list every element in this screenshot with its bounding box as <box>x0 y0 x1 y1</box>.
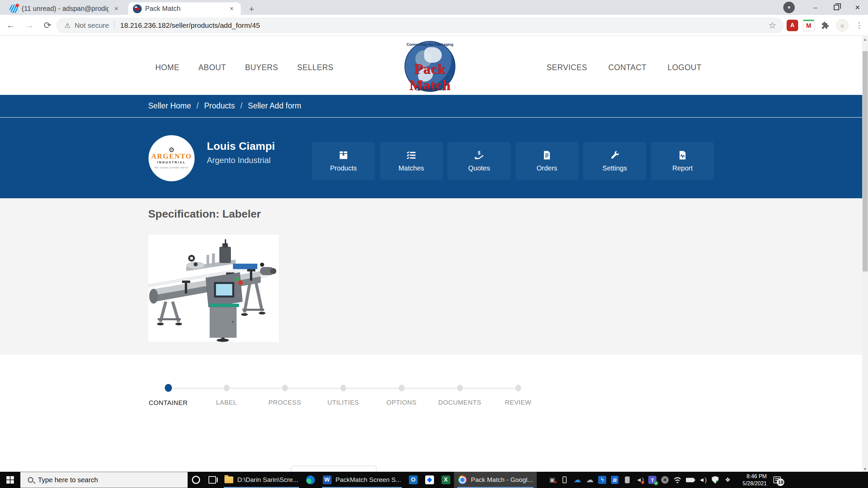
minimize-button[interactable]: – <box>805 0 826 15</box>
settings-button[interactable]: Settings <box>583 142 646 180</box>
step-options[interactable]: OPTIONS <box>372 382 431 407</box>
taskbar-file-explorer[interactable]: D:\Darin Sarin\Scre... <box>220 472 302 488</box>
browser-tab-mail[interactable]: (11 unread) - adspan@prodigy.n × <box>5 2 125 15</box>
seller-profile-panel: ⚙ ARGENTO INDUSTRIAL No loose screws her… <box>0 118 868 198</box>
products-button[interactable]: Products <box>312 142 375 180</box>
omnibox-divider <box>114 21 115 30</box>
matches-checklist-icon <box>406 150 416 160</box>
bookmark-star-icon[interactable]: ☆ <box>766 19 778 32</box>
address-bar[interactable]: ⚠ Not secure 18.216.236.182/seller/produ… <box>56 18 784 33</box>
browser-toolbar: ← → ⟳ ⚠ Not secure 18.216.236.182/seller… <box>0 15 868 36</box>
seller-name: Louis Ciampi <box>207 140 275 152</box>
chrome-menu-icon[interactable]: ⋮ <box>853 19 865 32</box>
seller-company: Argento Industrial <box>207 156 271 165</box>
closed-app-icon[interactable]: ✕ <box>659 472 671 488</box>
onedrive-icon[interactable]: ☁ <box>571 472 583 488</box>
chrome-window-label: Pack Match - Googl... <box>471 476 533 484</box>
step-process[interactable]: PROCESS <box>256 382 314 407</box>
taskbar-edge[interactable] <box>302 472 319 488</box>
browser-update-arrow-icon[interactable]: ▾ <box>783 2 795 13</box>
dashboard-button-label: Orders <box>536 164 557 172</box>
taskbar-word[interactable]: W PackMatch Screen S... <box>319 472 405 488</box>
nav-sellers[interactable]: SELLERS <box>297 63 333 72</box>
nav-about[interactable]: ABOUT <box>198 63 226 72</box>
nav-contact[interactable]: CONTACT <box>608 63 647 72</box>
mcafee-extension-icon[interactable]: M <box>803 20 814 31</box>
step-utilities[interactable]: UTILITIES <box>314 382 372 407</box>
breadcrumb-products[interactable]: Products <box>204 101 235 110</box>
new-tab-button[interactable]: + <box>246 3 257 14</box>
step-review[interactable]: REVIEW <box>489 382 547 407</box>
forward-button[interactable]: → <box>22 18 37 33</box>
specification-heading: Specification: Labeler <box>148 208 261 220</box>
quotes-button[interactable]: $ Quotes <box>448 142 511 180</box>
report-document-icon <box>677 150 688 160</box>
tab-close-icon[interactable]: × <box>227 4 236 13</box>
dashboard-button-label: Products <box>330 164 357 172</box>
battery-icon[interactable] <box>684 472 696 488</box>
security-shield-icon[interactable] <box>709 472 721 488</box>
wifi-icon[interactable] <box>672 472 683 488</box>
report-button[interactable]: Report <box>651 142 714 180</box>
svg-text:$: $ <box>478 150 480 155</box>
notification-center-button[interactable]: 19 <box>769 472 785 488</box>
taskbar-chrome-active[interactable]: Pack Match - Googl... <box>454 472 537 488</box>
orders-button[interactable]: Orders <box>515 142 578 180</box>
unit-select-dropdown[interactable]: Unit <box>291 466 376 472</box>
products-box-icon <box>338 150 349 160</box>
breadcrumb-separator: / <box>240 101 242 110</box>
close-window-button[interactable]: × <box>847 0 868 15</box>
restore-button[interactable] <box>826 0 847 15</box>
packmatch-logo[interactable]: Connecting the Packaging Pack Match Up G… <box>393 40 467 93</box>
device-tray-icon[interactable] <box>622 472 633 488</box>
dropbox-tray-icon[interactable]: ❖ <box>722 472 733 488</box>
bluetooth-icon[interactable]: B <box>609 472 620 488</box>
nav-services[interactable]: SERVICES <box>547 63 587 72</box>
start-button[interactable] <box>0 472 20 488</box>
usb-device-icon[interactable] <box>559 472 570 488</box>
nav-logout[interactable]: LOGOUT <box>668 63 702 72</box>
step-dot <box>340 385 346 391</box>
breadcrumb-seller-home[interactable]: Seller Home <box>148 101 191 110</box>
scroll-up-icon[interactable]: ▲ <box>862 36 868 42</box>
taskbar-outlook[interactable]: O <box>405 472 421 488</box>
profile-avatar-icon[interactable]: ☺ <box>836 19 848 32</box>
cortana-button[interactable] <box>188 472 204 488</box>
specification-section: Specification: Labeler <box>0 198 868 355</box>
taskbar-dropbox[interactable]: ❖ <box>421 472 438 488</box>
nav-home[interactable]: HOME <box>155 63 179 72</box>
reload-button[interactable]: ⟳ <box>40 18 55 33</box>
browser-tab-strip: (11 unread) - adspan@prodigy.n × Pack Ma… <box>0 0 868 15</box>
step-documents[interactable]: DOCUMENTS <box>431 382 489 407</box>
nav-buyers[interactable]: BUYERS <box>245 63 278 72</box>
puzzle-icon <box>821 21 829 29</box>
company-avatar: ⚙ ARGENTO INDUSTRIAL No loose screws her… <box>149 135 195 181</box>
task-view-icon <box>209 476 216 484</box>
taskbar-excel[interactable]: X <box>438 472 454 488</box>
extensions-puzzle-icon[interactable] <box>819 19 831 32</box>
taskbar-search-input[interactable]: Type here to search <box>20 472 188 488</box>
onedrive-paused-icon[interactable]: ☁ <box>584 472 595 488</box>
volume-icon[interactable]: ◄) <box>697 472 708 488</box>
taskbar-clock[interactable]: 8:46 PM 5/28/2021 <box>738 473 767 487</box>
step-container[interactable]: CONTAINER <box>139 382 197 407</box>
thunderbolt-icon[interactable]: ϟ <box>596 472 608 488</box>
adobe-pdf-extension-icon[interactable]: A <box>787 20 798 31</box>
matches-button[interactable]: Matches <box>380 142 443 180</box>
step-dot <box>515 385 521 391</box>
scrollbar-thumb[interactable] <box>863 51 868 271</box>
page-scrollbar[interactable]: ▲ ▼ <box>862 36 868 472</box>
back-button[interactable]: ← <box>3 18 18 33</box>
not-secure-warning-icon[interactable]: ⚠ <box>64 21 71 29</box>
recording-audio-icon[interactable]: ◄) <box>634 472 646 488</box>
scroll-down-icon[interactable]: ▼ <box>862 466 868 472</box>
teams-icon[interactable]: T <box>647 472 658 488</box>
browser-tab-packmatch[interactable]: Pack Match × <box>128 2 241 15</box>
word-icon: W <box>323 475 332 484</box>
task-view-button[interactable] <box>204 472 220 488</box>
clock-date: 5/28/2021 <box>738 480 767 487</box>
tab-close-icon[interactable]: × <box>112 4 121 13</box>
step-dot <box>224 385 230 391</box>
device-error-icon[interactable]: ▣ <box>546 472 558 488</box>
step-label[interactable]: LABEL <box>197 382 256 407</box>
